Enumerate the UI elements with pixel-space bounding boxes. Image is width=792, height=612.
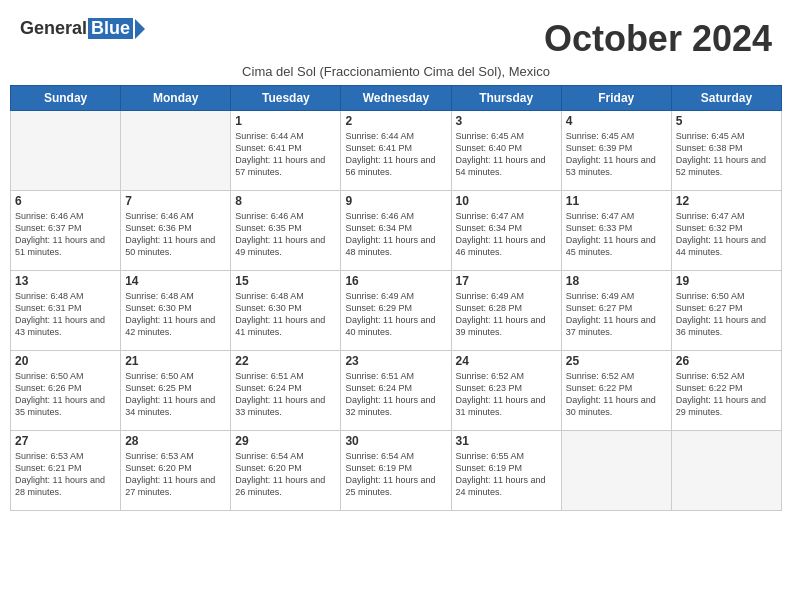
day-number: 2 bbox=[345, 114, 446, 128]
weekday-header-cell: Thursday bbox=[451, 86, 561, 111]
logo: General Blue bbox=[20, 18, 145, 39]
day-info: Sunrise: 6:47 AM Sunset: 6:32 PM Dayligh… bbox=[676, 210, 777, 259]
day-info: Sunrise: 6:52 AM Sunset: 6:22 PM Dayligh… bbox=[676, 370, 777, 419]
day-info: Sunrise: 6:46 AM Sunset: 6:34 PM Dayligh… bbox=[345, 210, 446, 259]
day-number: 22 bbox=[235, 354, 336, 368]
calendar-day-cell: 7Sunrise: 6:46 AM Sunset: 6:36 PM Daylig… bbox=[121, 191, 231, 271]
calendar-day-cell: 15Sunrise: 6:48 AM Sunset: 6:30 PM Dayli… bbox=[231, 271, 341, 351]
day-info: Sunrise: 6:50 AM Sunset: 6:27 PM Dayligh… bbox=[676, 290, 777, 339]
weekday-header-cell: Wednesday bbox=[341, 86, 451, 111]
day-number: 19 bbox=[676, 274, 777, 288]
calendar-day-cell bbox=[121, 111, 231, 191]
day-number: 27 bbox=[15, 434, 116, 448]
day-info: Sunrise: 6:44 AM Sunset: 6:41 PM Dayligh… bbox=[235, 130, 336, 179]
calendar-body: 1Sunrise: 6:44 AM Sunset: 6:41 PM Daylig… bbox=[11, 111, 782, 511]
day-number: 20 bbox=[15, 354, 116, 368]
calendar-day-cell: 16Sunrise: 6:49 AM Sunset: 6:29 PM Dayli… bbox=[341, 271, 451, 351]
calendar-week-row: 20Sunrise: 6:50 AM Sunset: 6:26 PM Dayli… bbox=[11, 351, 782, 431]
calendar-day-cell: 25Sunrise: 6:52 AM Sunset: 6:22 PM Dayli… bbox=[561, 351, 671, 431]
calendar-day-cell: 11Sunrise: 6:47 AM Sunset: 6:33 PM Dayli… bbox=[561, 191, 671, 271]
day-info: Sunrise: 6:45 AM Sunset: 6:38 PM Dayligh… bbox=[676, 130, 777, 179]
calendar-day-cell: 17Sunrise: 6:49 AM Sunset: 6:28 PM Dayli… bbox=[451, 271, 561, 351]
calendar-day-cell bbox=[11, 111, 121, 191]
day-info: Sunrise: 6:49 AM Sunset: 6:27 PM Dayligh… bbox=[566, 290, 667, 339]
calendar-day-cell: 29Sunrise: 6:54 AM Sunset: 6:20 PM Dayli… bbox=[231, 431, 341, 511]
day-info: Sunrise: 6:50 AM Sunset: 6:25 PM Dayligh… bbox=[125, 370, 226, 419]
day-info: Sunrise: 6:47 AM Sunset: 6:34 PM Dayligh… bbox=[456, 210, 557, 259]
day-info: Sunrise: 6:48 AM Sunset: 6:30 PM Dayligh… bbox=[235, 290, 336, 339]
day-number: 12 bbox=[676, 194, 777, 208]
day-number: 3 bbox=[456, 114, 557, 128]
calendar-day-cell: 14Sunrise: 6:48 AM Sunset: 6:30 PM Dayli… bbox=[121, 271, 231, 351]
weekday-header-cell: Friday bbox=[561, 86, 671, 111]
day-number: 8 bbox=[235, 194, 336, 208]
day-number: 15 bbox=[235, 274, 336, 288]
calendar-day-cell: 10Sunrise: 6:47 AM Sunset: 6:34 PM Dayli… bbox=[451, 191, 561, 271]
calendar-day-cell: 12Sunrise: 6:47 AM Sunset: 6:32 PM Dayli… bbox=[671, 191, 781, 271]
day-info: Sunrise: 6:49 AM Sunset: 6:28 PM Dayligh… bbox=[456, 290, 557, 339]
day-info: Sunrise: 6:46 AM Sunset: 6:35 PM Dayligh… bbox=[235, 210, 336, 259]
weekday-header-cell: Tuesday bbox=[231, 86, 341, 111]
day-info: Sunrise: 6:52 AM Sunset: 6:23 PM Dayligh… bbox=[456, 370, 557, 419]
logo-triangle-icon bbox=[135, 19, 145, 39]
calendar-day-cell: 18Sunrise: 6:49 AM Sunset: 6:27 PM Dayli… bbox=[561, 271, 671, 351]
calendar-day-cell: 24Sunrise: 6:52 AM Sunset: 6:23 PM Dayli… bbox=[451, 351, 561, 431]
day-number: 4 bbox=[566, 114, 667, 128]
day-number: 28 bbox=[125, 434, 226, 448]
day-info: Sunrise: 6:46 AM Sunset: 6:36 PM Dayligh… bbox=[125, 210, 226, 259]
calendar-day-cell: 26Sunrise: 6:52 AM Sunset: 6:22 PM Dayli… bbox=[671, 351, 781, 431]
calendar-week-row: 1Sunrise: 6:44 AM Sunset: 6:41 PM Daylig… bbox=[11, 111, 782, 191]
weekday-header-cell: Monday bbox=[121, 86, 231, 111]
calendar-table: SundayMondayTuesdayWednesdayThursdayFrid… bbox=[10, 85, 782, 511]
calendar-week-row: 6Sunrise: 6:46 AM Sunset: 6:37 PM Daylig… bbox=[11, 191, 782, 271]
calendar-day-cell: 2Sunrise: 6:44 AM Sunset: 6:41 PM Daylig… bbox=[341, 111, 451, 191]
day-info: Sunrise: 6:50 AM Sunset: 6:26 PM Dayligh… bbox=[15, 370, 116, 419]
day-number: 21 bbox=[125, 354, 226, 368]
calendar-day-cell: 30Sunrise: 6:54 AM Sunset: 6:19 PM Dayli… bbox=[341, 431, 451, 511]
calendar-day-cell: 28Sunrise: 6:53 AM Sunset: 6:20 PM Dayli… bbox=[121, 431, 231, 511]
calendar-day-cell: 6Sunrise: 6:46 AM Sunset: 6:37 PM Daylig… bbox=[11, 191, 121, 271]
calendar-day-cell: 27Sunrise: 6:53 AM Sunset: 6:21 PM Dayli… bbox=[11, 431, 121, 511]
day-number: 5 bbox=[676, 114, 777, 128]
calendar-day-cell: 13Sunrise: 6:48 AM Sunset: 6:31 PM Dayli… bbox=[11, 271, 121, 351]
calendar-day-cell: 4Sunrise: 6:45 AM Sunset: 6:39 PM Daylig… bbox=[561, 111, 671, 191]
calendar-day-cell: 9Sunrise: 6:46 AM Sunset: 6:34 PM Daylig… bbox=[341, 191, 451, 271]
calendar-day-cell: 23Sunrise: 6:51 AM Sunset: 6:24 PM Dayli… bbox=[341, 351, 451, 431]
calendar-day-cell: 1Sunrise: 6:44 AM Sunset: 6:41 PM Daylig… bbox=[231, 111, 341, 191]
day-number: 18 bbox=[566, 274, 667, 288]
calendar-day-cell: 3Sunrise: 6:45 AM Sunset: 6:40 PM Daylig… bbox=[451, 111, 561, 191]
day-number: 26 bbox=[676, 354, 777, 368]
day-number: 13 bbox=[15, 274, 116, 288]
day-number: 14 bbox=[125, 274, 226, 288]
calendar-day-cell: 22Sunrise: 6:51 AM Sunset: 6:24 PM Dayli… bbox=[231, 351, 341, 431]
calendar-day-cell: 8Sunrise: 6:46 AM Sunset: 6:35 PM Daylig… bbox=[231, 191, 341, 271]
page-header: General Blue October 2024 bbox=[10, 10, 782, 64]
day-number: 1 bbox=[235, 114, 336, 128]
day-info: Sunrise: 6:54 AM Sunset: 6:19 PM Dayligh… bbox=[345, 450, 446, 499]
day-number: 30 bbox=[345, 434, 446, 448]
calendar-day-cell: 21Sunrise: 6:50 AM Sunset: 6:25 PM Dayli… bbox=[121, 351, 231, 431]
day-number: 23 bbox=[345, 354, 446, 368]
logo-general-text: General bbox=[20, 18, 87, 39]
day-info: Sunrise: 6:52 AM Sunset: 6:22 PM Dayligh… bbox=[566, 370, 667, 419]
day-number: 16 bbox=[345, 274, 446, 288]
day-number: 24 bbox=[456, 354, 557, 368]
calendar-day-cell bbox=[671, 431, 781, 511]
day-info: Sunrise: 6:54 AM Sunset: 6:20 PM Dayligh… bbox=[235, 450, 336, 499]
calendar-day-cell: 5Sunrise: 6:45 AM Sunset: 6:38 PM Daylig… bbox=[671, 111, 781, 191]
day-number: 10 bbox=[456, 194, 557, 208]
day-info: Sunrise: 6:48 AM Sunset: 6:30 PM Dayligh… bbox=[125, 290, 226, 339]
day-info: Sunrise: 6:53 AM Sunset: 6:21 PM Dayligh… bbox=[15, 450, 116, 499]
calendar-week-row: 13Sunrise: 6:48 AM Sunset: 6:31 PM Dayli… bbox=[11, 271, 782, 351]
day-number: 17 bbox=[456, 274, 557, 288]
day-number: 29 bbox=[235, 434, 336, 448]
weekday-header-row: SundayMondayTuesdayWednesdayThursdayFrid… bbox=[11, 86, 782, 111]
day-info: Sunrise: 6:55 AM Sunset: 6:19 PM Dayligh… bbox=[456, 450, 557, 499]
calendar-day-cell: 31Sunrise: 6:55 AM Sunset: 6:19 PM Dayli… bbox=[451, 431, 561, 511]
day-number: 6 bbox=[15, 194, 116, 208]
weekday-header-cell: Sunday bbox=[11, 86, 121, 111]
day-info: Sunrise: 6:48 AM Sunset: 6:31 PM Dayligh… bbox=[15, 290, 116, 339]
weekday-header-cell: Saturday bbox=[671, 86, 781, 111]
calendar-day-cell bbox=[561, 431, 671, 511]
month-title: October 2024 bbox=[544, 18, 772, 60]
